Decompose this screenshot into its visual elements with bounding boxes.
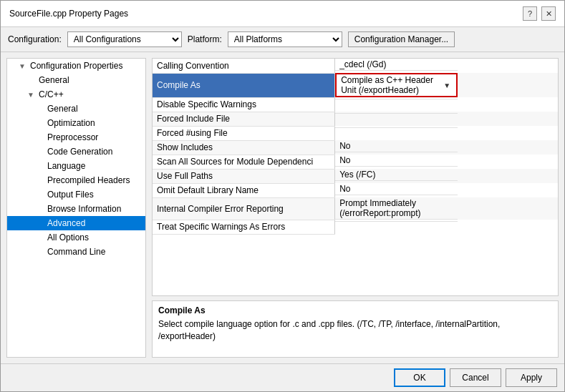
table-row[interactable]: Omit Default Library NameNo — [153, 183, 558, 197]
properties-table: Calling Convention_cdecl (/Gd)Compile As… — [153, 59, 558, 235]
tree-item-label: Output Files — [47, 190, 94, 200]
tree-item[interactable]: General — [7, 73, 145, 87]
table-row[interactable]: Internal Compiler Error ReportingPrompt … — [153, 197, 558, 220]
dropdown-arrow-icon[interactable]: ▼ — [442, 82, 452, 89]
prop-value: _cdecl (/Gd) — [335, 59, 458, 71]
description-panel: Compile As Select compile language optio… — [152, 300, 559, 358]
tree-item-label: Language — [47, 161, 85, 171]
prop-value — [335, 97, 458, 99]
ok-button[interactable]: OK — [394, 368, 445, 387]
prop-value — [335, 126, 458, 128]
description-text: Select compile language option for .c an… — [158, 318, 552, 343]
prop-name: Show Includes — [153, 140, 335, 155]
description-title: Compile As — [158, 305, 552, 315]
tree-item-label: Configuration Properties — [30, 61, 122, 71]
button-row: OK Cancel Apply — [1, 363, 564, 391]
prop-value — [335, 112, 458, 114]
properties-panel: Calling Convention_cdecl (/Gd)Compile As… — [152, 58, 559, 358]
prop-name: Scan All Sources for Module Dependenci — [153, 155, 335, 169]
dialog-title: SourceFile.cpp Property Pages — [9, 9, 128, 19]
tree-panel: ▼Configuration PropertiesGeneral▼C/C++Ge… — [6, 58, 146, 358]
tree-item-label: General — [39, 75, 69, 85]
properties-table-container: Calling Convention_cdecl (/Gd)Compile As… — [152, 58, 559, 296]
property-pages-dialog: SourceFile.cpp Property Pages ? ✕ Config… — [0, 0, 565, 392]
tree-item[interactable]: Output Files — [7, 187, 145, 202]
prop-value: Compile as C++ Header Unit (/exportHeade… — [335, 73, 458, 97]
tree-item[interactable]: Language — [7, 159, 145, 173]
table-row[interactable]: Disable Specific Warnings — [153, 97, 558, 112]
tree-item-label: Preprocessor — [47, 132, 98, 142]
prop-name: Forced #using File — [153, 126, 335, 140]
prop-name: Omit Default Library Name — [153, 183, 335, 197]
tree-item[interactable]: Optimization — [7, 116, 145, 130]
tree-item-label: Browse Information — [47, 204, 121, 214]
tree-item-label: Advanced — [47, 218, 85, 228]
prop-name: Calling Convention — [153, 59, 335, 73]
platform-select[interactable]: All Platforms — [228, 31, 342, 47]
tree-item[interactable]: ▼C/C++ — [7, 87, 145, 102]
tree-item[interactable]: Advanced — [7, 216, 145, 230]
tree-item-label: All Options — [47, 232, 89, 242]
tree-item[interactable]: Browse Information — [7, 202, 145, 216]
tree-item[interactable]: General — [7, 102, 145, 116]
toolbar: Configuration: All Configurations Platfo… — [1, 27, 564, 52]
config-label: Configuration: — [8, 34, 62, 44]
table-row[interactable]: Use Full PathsYes (/FC) — [153, 169, 558, 183]
tree-item-label: General — [47, 104, 78, 114]
table-row[interactable]: Scan All Sources for Module DependenciNo — [153, 155, 558, 169]
prop-value: No — [335, 155, 458, 167]
prop-name: Treat Specific Warnings As Errors — [153, 220, 335, 234]
cancel-button[interactable]: Cancel — [450, 368, 501, 387]
table-row[interactable]: Forced #using File — [153, 126, 558, 140]
close-button[interactable]: ✕ — [541, 6, 556, 21]
table-row[interactable]: Compile AsCompile as C++ Header Unit (/e… — [153, 73, 558, 97]
tree-item[interactable]: All Options — [7, 230, 145, 245]
prop-value: Yes (/FC) — [335, 169, 458, 181]
prop-name: Internal Compiler Error Reporting — [153, 197, 335, 220]
prop-name: Use Full Paths — [153, 169, 335, 183]
table-row[interactable]: Forced Include File — [153, 112, 558, 126]
prop-name: Compile As — [153, 73, 335, 97]
prop-name: Forced Include File — [153, 112, 335, 126]
tree-item-label: Optimization — [47, 118, 95, 128]
platform-label: Platform: — [188, 34, 222, 44]
tree-item[interactable]: Code Generation — [7, 144, 145, 159]
main-content: ▼Configuration PropertiesGeneral▼C/C++Ge… — [1, 52, 564, 363]
config-select[interactable]: All Configurations — [67, 31, 182, 47]
tree-item-label: Command Line — [47, 247, 105, 257]
help-button[interactable]: ? — [523, 6, 537, 21]
prop-value: Prompt Immediately (/errorReport:prompt) — [335, 197, 458, 220]
title-bar-buttons: ? ✕ — [523, 6, 556, 21]
tree-item[interactable]: Precompiled Headers — [7, 173, 145, 187]
tree-item[interactable]: Command Line — [7, 245, 145, 259]
prop-value: No — [335, 140, 458, 152]
tree-item[interactable]: Preprocessor — [7, 130, 145, 144]
table-row[interactable]: Treat Specific Warnings As Errors — [153, 220, 558, 234]
tree-item-label: C/C++ — [39, 89, 64, 99]
prop-value — [335, 220, 458, 222]
prop-name: Disable Specific Warnings — [153, 97, 335, 112]
apply-button[interactable]: Apply — [506, 368, 557, 387]
tree-item[interactable]: ▼Configuration Properties — [7, 59, 145, 73]
tree-item-label: Precompiled Headers — [47, 175, 130, 185]
tree-item-label: Code Generation — [47, 147, 112, 157]
title-bar: SourceFile.cpp Property Pages ? ✕ — [1, 1, 564, 27]
table-row[interactable]: Calling Convention_cdecl (/Gd) — [153, 59, 558, 73]
config-manager-button[interactable]: Configuration Manager... — [348, 31, 455, 47]
prop-value: No — [335, 183, 458, 195]
table-row[interactable]: Show IncludesNo — [153, 140, 558, 155]
